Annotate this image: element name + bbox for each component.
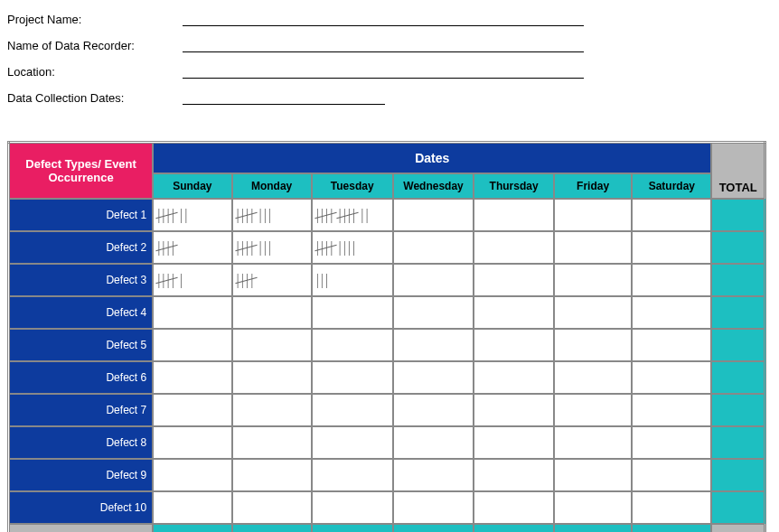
- tally-cell[interactable]: [393, 199, 474, 231]
- check-sheet-table: Defect Types/ Event Occurrence Dates TOT…: [7, 141, 766, 532]
- column-total: [153, 524, 231, 532]
- tally-cell[interactable]: [393, 491, 474, 524]
- tally-cell[interactable]: [632, 296, 711, 329]
- tally-cell[interactable]: [554, 231, 632, 264]
- tally-cell[interactable]: [153, 394, 231, 426]
- tally-cell[interactable]: [632, 264, 711, 296]
- row-label: Defect 1: [9, 199, 154, 231]
- total-row-label: TOTAL: [9, 524, 154, 532]
- tally-cell[interactable]: [474, 394, 553, 426]
- tally-cell[interactable]: [554, 296, 632, 329]
- row-label: Defect 3: [9, 264, 154, 296]
- project-name-input[interactable]: [183, 7, 584, 26]
- tally-cell[interactable]: [232, 394, 312, 426]
- tally-cell[interactable]: [232, 459, 312, 491]
- tally-cell[interactable]: [232, 491, 312, 524]
- tally-cell[interactable]: ||||||||||: [312, 199, 393, 231]
- tally-cell[interactable]: [554, 264, 632, 296]
- tally-cell[interactable]: [312, 459, 393, 491]
- tally-cell[interactable]: [312, 491, 393, 524]
- tally-cell[interactable]: [474, 426, 553, 459]
- tally-cell[interactable]: [632, 329, 711, 361]
- tally-cell[interactable]: [632, 231, 711, 264]
- row-label: Defect 8: [9, 426, 154, 459]
- tally-cell[interactable]: |||||: [153, 264, 231, 296]
- tally-cell[interactable]: [153, 459, 231, 491]
- tally-cell[interactable]: [554, 459, 632, 491]
- tally-cell[interactable]: [474, 231, 553, 264]
- row-label: Defect 9: [9, 459, 154, 491]
- table-row: Defect 9: [9, 459, 765, 491]
- column-total: [393, 524, 474, 532]
- row-label: Defect 7: [9, 394, 154, 426]
- tally-cell[interactable]: [393, 231, 474, 264]
- collection-dates-input[interactable]: [183, 86, 385, 105]
- tally-cell[interactable]: [474, 199, 553, 231]
- row-total: [711, 199, 765, 231]
- tally-cell[interactable]: [153, 491, 231, 524]
- tally-cell[interactable]: [312, 361, 393, 394]
- tally-cell[interactable]: [153, 296, 231, 329]
- location-input[interactable]: [183, 60, 584, 79]
- tally-cell[interactable]: [554, 491, 632, 524]
- tally-cell[interactable]: [632, 491, 711, 524]
- tally-cell[interactable]: [474, 296, 553, 329]
- column-total: [632, 524, 711, 532]
- tally-cell[interactable]: [393, 459, 474, 491]
- tally-cell[interactable]: ||||||: [153, 199, 231, 231]
- tally-cell[interactable]: [153, 329, 231, 361]
- tally-cell[interactable]: [393, 394, 474, 426]
- tally-cell[interactable]: [474, 329, 553, 361]
- tally-cell[interactable]: [393, 264, 474, 296]
- tally-cell[interactable]: [232, 361, 312, 394]
- tally-cell[interactable]: [312, 329, 393, 361]
- header-total: TOTAL: [711, 143, 765, 200]
- tally-cell[interactable]: [393, 329, 474, 361]
- tally-cell[interactable]: [474, 361, 553, 394]
- tally-cell[interactable]: [312, 426, 393, 459]
- tally-cell[interactable]: |||: [312, 264, 393, 296]
- project-name-label: Project Name:: [7, 13, 183, 26]
- row-total: [711, 361, 765, 394]
- header-day: Tuesday: [312, 173, 393, 199]
- header-defect-types: Defect Types/ Event Occurrence: [9, 143, 154, 200]
- tally-cell[interactable]: [153, 361, 231, 394]
- tally-cell[interactable]: [632, 426, 711, 459]
- row-label: Defect 5: [9, 329, 154, 361]
- tally-cell[interactable]: [153, 426, 231, 459]
- tally-cell[interactable]: [232, 329, 312, 361]
- tally-cell[interactable]: [554, 329, 632, 361]
- recorder-input[interactable]: [183, 33, 584, 52]
- tally-cell[interactable]: [312, 394, 393, 426]
- tally-cell[interactable]: [632, 199, 711, 231]
- tally-cell[interactable]: [393, 296, 474, 329]
- tally-cell[interactable]: [554, 394, 632, 426]
- row-total: [711, 491, 765, 524]
- tally-cell[interactable]: [232, 426, 312, 459]
- tally-cell[interactable]: ||||||||: [312, 231, 393, 264]
- tally-cell[interactable]: [312, 296, 393, 329]
- tally-cell[interactable]: [554, 361, 632, 394]
- tally-cell[interactable]: |||||||: [232, 231, 312, 264]
- tally-cell[interactable]: [554, 426, 632, 459]
- tally-cell[interactable]: [474, 459, 553, 491]
- tally-cell[interactable]: [393, 426, 474, 459]
- tally-cell[interactable]: |||||||: [232, 199, 312, 231]
- tally-cell[interactable]: [393, 361, 474, 394]
- table-row: Defect 5: [9, 329, 765, 361]
- row-total: [711, 329, 765, 361]
- tally-cell[interactable]: [632, 394, 711, 426]
- tally-cell[interactable]: [632, 361, 711, 394]
- header-day: Saturday: [632, 173, 711, 199]
- tally-cell[interactable]: [474, 491, 553, 524]
- row-label: Defect 2: [9, 231, 154, 264]
- header-day: Friday: [554, 173, 632, 199]
- header-day: Wednesday: [393, 173, 474, 199]
- row-total: [711, 459, 765, 491]
- tally-cell[interactable]: [632, 459, 711, 491]
- tally-cell[interactable]: ||||: [232, 264, 312, 296]
- tally-cell[interactable]: [554, 199, 632, 231]
- tally-cell[interactable]: ||||: [153, 231, 231, 264]
- tally-cell[interactable]: [474, 264, 553, 296]
- tally-cell[interactable]: [232, 296, 312, 329]
